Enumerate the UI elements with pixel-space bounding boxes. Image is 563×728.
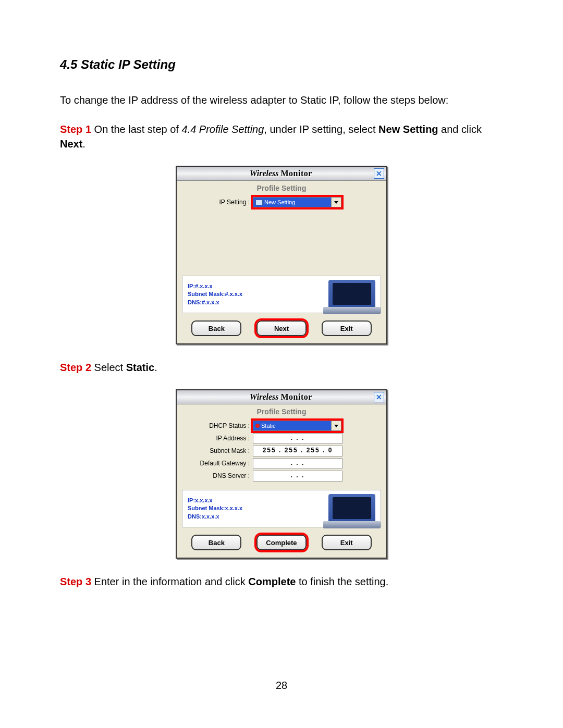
back-button[interactable]: Back bbox=[191, 320, 241, 336]
step3-t2: to finish the setting. bbox=[296, 576, 388, 587]
subnet-mask-label: Subnet Mask : bbox=[182, 447, 253, 454]
info-text: IP:x.x.x.x Subnet Mask:x.x.x.x DNS:x.x.x… bbox=[188, 497, 318, 521]
step3-text: Step 3 Enter in the information and clic… bbox=[60, 574, 503, 589]
dialog-titlebar: Wireless Monitor ✕ bbox=[177, 390, 386, 404]
step1-label: Step 1 bbox=[60, 124, 91, 135]
dialog-title: Wireless Monitor bbox=[188, 169, 374, 178]
info-ip: IP:x.x.x.x bbox=[188, 497, 318, 504]
dialog-titlebar: Wireless Monitor ✕ bbox=[177, 167, 386, 181]
step1-bold2: Next bbox=[60, 138, 82, 150]
step1-t4: . bbox=[82, 138, 85, 150]
step2-t1: Select bbox=[91, 362, 126, 373]
dialog1: Wireless Monitor ✕ Profile Setting IP Se… bbox=[176, 166, 387, 344]
dialog2: Wireless Monitor ✕ Profile Setting DHCP … bbox=[176, 389, 387, 559]
info-text: IP:#.x.x.x Subnet Mask:#.x.x.x DNS:#.x.x… bbox=[188, 282, 318, 306]
title-prefix: Wireless bbox=[250, 169, 278, 178]
step2-label: Step 2 bbox=[60, 362, 91, 373]
step1-text: Step 1 On the last step of 4.4 Profile S… bbox=[60, 122, 503, 151]
dns-field[interactable]: . . . bbox=[253, 471, 342, 482]
step2-t2: . bbox=[154, 362, 157, 373]
info-pane: IP:x.x.x.x Subnet Mask:x.x.x.x DNS:x.x.x… bbox=[182, 490, 381, 527]
next-button[interactable]: Next bbox=[256, 320, 307, 336]
monitor-icon bbox=[255, 200, 263, 205]
step1-t3: and click bbox=[438, 124, 482, 135]
dialog-subheader: Profile Setting bbox=[177, 404, 386, 417]
laptop-icon bbox=[328, 494, 375, 523]
step3-bold1: Complete bbox=[248, 576, 296, 587]
dhcp-value: Static bbox=[261, 423, 276, 429]
intro-text: To change the IP address of the wireless… bbox=[60, 93, 503, 107]
info-mask: Subnet Mask:x.x.x.x bbox=[188, 504, 318, 512]
step1-bold1: New Setting bbox=[378, 124, 438, 135]
page-number: 28 bbox=[276, 680, 287, 692]
ip-setting-value: New Setting bbox=[264, 199, 295, 205]
title-prefix: Wireless bbox=[250, 392, 278, 401]
back-button[interactable]: Back bbox=[191, 535, 241, 550]
info-mask: Subnet Mask:#.x.x.x bbox=[188, 290, 318, 298]
gateway-label: Default Gateway : bbox=[182, 460, 253, 467]
step1-t1: On the last step of bbox=[91, 124, 181, 135]
complete-button[interactable]: Complete bbox=[256, 535, 307, 550]
info-ip: IP:#.x.x.x bbox=[188, 282, 318, 290]
step2-bold1: Static bbox=[126, 362, 154, 373]
status-dot-icon bbox=[255, 424, 260, 428]
dialog-subheader: Profile Setting bbox=[177, 181, 386, 193]
info-dns: DNS:x.x.x.x bbox=[188, 513, 318, 521]
section-heading: 4.5 Static IP Setting bbox=[60, 57, 503, 72]
close-button[interactable]: ✕ bbox=[374, 392, 384, 402]
dhcp-dropdown[interactable]: Static bbox=[253, 421, 341, 431]
gateway-field[interactable]: . . . bbox=[253, 458, 342, 469]
info-dns: DNS:#.x.x.x bbox=[188, 299, 318, 306]
title-suffix: Monitor bbox=[281, 169, 312, 178]
ip-address-label: IP Address : bbox=[182, 435, 253, 442]
step3-t1: Enter in the information and click bbox=[91, 576, 248, 587]
step1-t2: , under IP setting, select bbox=[264, 124, 378, 135]
subnet-mask-field[interactable]: 255 . 255 . 255 . 0 bbox=[253, 446, 342, 456]
laptop-icon bbox=[328, 280, 375, 309]
dialog-title: Wireless Monitor bbox=[188, 392, 374, 402]
step2-text: Step 2 Select Static. bbox=[60, 360, 503, 375]
close-button[interactable]: ✕ bbox=[374, 168, 384, 179]
chevron-down-icon[interactable] bbox=[331, 198, 341, 207]
exit-button[interactable]: Exit bbox=[322, 535, 372, 550]
dns-label: DNS Server : bbox=[182, 472, 253, 479]
ip-address-field[interactable]: . . . bbox=[253, 433, 342, 444]
step3-label: Step 3 bbox=[60, 576, 91, 587]
dhcp-label: DHCP Status : bbox=[182, 422, 253, 429]
chevron-down-icon[interactable] bbox=[331, 421, 341, 430]
ip-setting-label: IP Setting : bbox=[182, 199, 253, 206]
ip-setting-dropdown[interactable]: New Setting bbox=[253, 197, 341, 207]
info-pane: IP:#.x.x.x Subnet Mask:#.x.x.x DNS:#.x.x… bbox=[182, 276, 381, 313]
title-suffix: Monitor bbox=[281, 392, 312, 401]
step1-ref: 4.4 Profile Setting bbox=[181, 124, 264, 135]
exit-button[interactable]: Exit bbox=[322, 320, 372, 336]
